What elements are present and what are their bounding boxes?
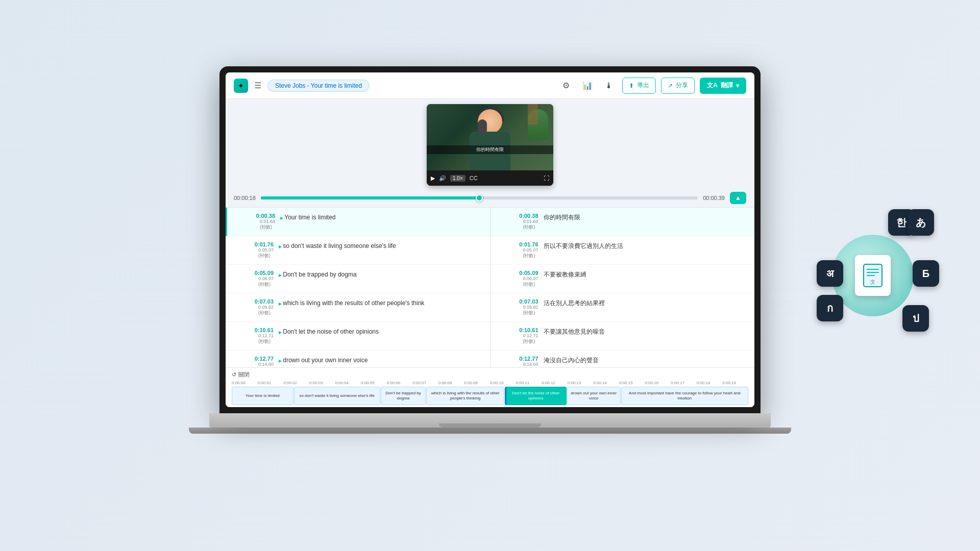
video-subtitle: 你的時間有限 (427, 145, 553, 154)
time-9: 0:00:09 (464, 381, 490, 385)
time-info-4: 0:07.03 0:09.82(秒數) (233, 298, 274, 316)
segment-1[interactable]: Your time is limited (232, 387, 293, 405)
translate-button[interactable]: 文A 翻譯 ▾ (700, 78, 746, 94)
speed-badge[interactable]: 1.0× (450, 175, 465, 182)
share-icon: ↗ (668, 82, 673, 89)
trans-time-sub-1: 0:01.64(秒數) (523, 219, 538, 231)
captions-button[interactable]: CC (470, 175, 478, 181)
time-main-6: 0:12.77 (255, 356, 274, 362)
trans-time-sub-3: 0:06.97(秒數) (523, 276, 538, 288)
transcript-row-3[interactable]: 0:05.09 0:06.97(秒數) Don't be trapped by … (226, 265, 490, 293)
settings-button[interactable]: ⚙ (558, 78, 574, 94)
header-actions: ⚙ 📊 🌡 ⬆ 導出 ↗ 分享 (558, 78, 746, 94)
chevron-down-icon: ▾ (736, 82, 739, 89)
transcript-row-1[interactable]: 0:00.38 0:01.64(秒數) Your time is limited (226, 208, 490, 236)
trans-time-info-4: 0:07.03 0:09.82(秒數) (498, 298, 538, 316)
loop-button[interactable]: ↺ 關閉 (232, 371, 250, 379)
time-0: 0:00:00 (232, 381, 258, 385)
hindi-badge: अ (817, 260, 843, 287)
video-thumbnail: 你的時間有限 (427, 104, 553, 170)
header: ✦ ☰ Steve Jobs - Your time is limited ⚙ … (226, 72, 754, 99)
wood-decor (528, 104, 538, 124)
trans-time-info-6: 0:12.77 0:14.60(秒數) (498, 356, 538, 367)
time-sub-2: 0:05.07(秒數) (258, 247, 274, 259)
time-2: 0:00:02 (283, 381, 309, 385)
segment-7[interactable]: And most important have the courage to f… (621, 387, 749, 405)
translation-pane[interactable]: 0:00.38 0:01.64(秒數) 你的時間有限 0:01.76 0:05.… (491, 208, 755, 367)
time-12: 0:00:12 (542, 381, 568, 385)
time-17: 0:00:17 (671, 381, 697, 385)
progress-fill (261, 196, 479, 199)
video-area: 你的時間有限 ▶ 🔊 1.0× CC ⛶ (226, 99, 754, 189)
person-silhouette (459, 109, 521, 170)
translation-row-5[interactable]: 0:10.61 0:12.71(秒數) 不要讓其他意見的噪音 (491, 322, 755, 350)
time-18: 0:00:18 (697, 381, 723, 385)
translate-label: 翻譯 (721, 81, 733, 90)
globe-decoration: 한 あ अ Б ก ป 文 (806, 189, 939, 362)
document-icon: 文 (855, 255, 891, 296)
translate-icon: 文A (707, 81, 718, 90)
transcript-row-2[interactable]: 0:01.76 0:05.07(秒數) so don't waste it li… (226, 236, 490, 265)
translation-text-5: 不要讓其他意見的噪音 (544, 327, 748, 336)
title-badge: Steve Jobs - Your time is limited (267, 80, 370, 92)
collapse-button[interactable]: ▲ (730, 192, 746, 204)
translation-row-6[interactable]: 0:12.77 0:14.60(秒數) 淹沒自己內心的聲音 (491, 350, 755, 367)
trans-time-main-1: 0:00.38 (519, 213, 538, 219)
export-icon: ⬆ (629, 82, 634, 89)
translation-row-4[interactable]: 0:07.03 0:09.82(秒數) 活在別人思考的結果裡 (491, 293, 755, 322)
time-6: 0:00:06 (387, 381, 413, 385)
time-5: 0:00:05 (361, 381, 387, 385)
time-1: 0:00:01 (258, 381, 284, 385)
transcript-row-6[interactable]: 0:12.77 0:14.60(秒數) drown out your own i… (226, 350, 490, 367)
volume-button[interactable]: 🔊 (439, 175, 446, 182)
time-4: 0:00:04 (335, 381, 361, 385)
segment-4[interactable]: which is living with the results of othe… (426, 387, 504, 405)
menu-icon[interactable]: ☰ (254, 81, 261, 90)
play-button[interactable]: ▶ (431, 175, 435, 182)
time-19: 0:00:19 (722, 381, 748, 385)
timeline-controls: ↺ 關閉 (226, 371, 754, 381)
time-11: 0:00:11 (516, 381, 542, 385)
logo-icon: ✦ (234, 79, 248, 93)
time-main-2: 0:01.76 (255, 241, 274, 247)
video-player[interactable]: 你的時間有限 ▶ 🔊 1.0× CC ⛶ (427, 104, 553, 186)
transcript-row-5[interactable]: 0:10.61 0:12.71(秒數) Don't let the noise … (226, 322, 490, 350)
share-button[interactable]: ↗ 分享 (661, 78, 695, 94)
time-3: 0:00:03 (309, 381, 335, 385)
translation-row-1[interactable]: 0:00.38 0:01.64(秒數) 你的時間有限 (491, 208, 755, 236)
segment-5[interactable]: Don't let the noise of other opinions (505, 387, 567, 405)
transcript-row-4[interactable]: 0:07.03 0:09.82(秒數) which is living with… (226, 293, 490, 322)
hebrew-badge: ก (817, 295, 843, 321)
export-button[interactable]: ⬆ 導出 (622, 78, 656, 94)
progress-bar-area: 00:00:18 00:00:39 ▲ (226, 189, 754, 207)
trans-time-sub-6: 0:14.60(秒數) (523, 362, 538, 367)
trans-time-info-2: 0:01.76 0:05.07(秒數) (498, 241, 538, 259)
transcript-pane[interactable]: 0:00.38 0:01.64(秒數) Your time is limited… (226, 208, 491, 367)
progress-thumb[interactable] (476, 194, 483, 202)
translation-text-1: 你的時間有限 (544, 213, 748, 222)
thermometer-button[interactable]: 🌡 (601, 78, 617, 94)
laptop-base (209, 413, 771, 428)
trans-time-sub-5: 0:12.71(秒數) (523, 333, 538, 345)
laptop-screen-outer: ✦ ☰ Steve Jobs - Your time is limited ⚙ … (219, 66, 761, 413)
time-main-5: 0:10.61 (255, 327, 274, 333)
progress-track[interactable] (261, 196, 698, 199)
chart-button[interactable]: 📊 (579, 78, 596, 94)
translation-row-2[interactable]: 0:01.76 0:05.07(秒數) 所以不要浪費它過別人的生活 (491, 236, 755, 265)
trans-time-main-4: 0:07.03 (519, 298, 538, 305)
fullscreen-button[interactable]: ⛶ (544, 175, 549, 181)
trans-time-info-5: 0:10.61 0:12.71(秒數) (498, 327, 538, 345)
transcript-text-2: so don't waste it living someone else's … (279, 241, 483, 251)
trans-time-sub-2: 0:05.07(秒數) (523, 247, 538, 259)
time-14: 0:00:14 (593, 381, 619, 385)
segment-3[interactable]: Don't be trapped by dogma (381, 387, 426, 405)
time-16: 0:00:16 (645, 381, 671, 385)
translation-row-3[interactable]: 0:05.09 0:06.97(秒數) 不要被教條束縛 (491, 265, 755, 293)
segment-2[interactable]: so don't waste it living someone else's … (294, 387, 380, 405)
time-8: 0:00:08 (438, 381, 464, 385)
timeline-times: 0:00:00 0:00:01 0:00:02 0:00:03 0:00:04 … (232, 381, 748, 385)
main-content: 0:00.38 0:01.64(秒數) Your time is limited… (226, 207, 754, 367)
timeline-segments[interactable]: Your time is limited so don't waste it l… (232, 387, 748, 405)
segment-6[interactable]: drown out your own inner voice (567, 387, 621, 405)
time-info-5: 0:10.61 0:12.71(秒數) (233, 327, 274, 345)
